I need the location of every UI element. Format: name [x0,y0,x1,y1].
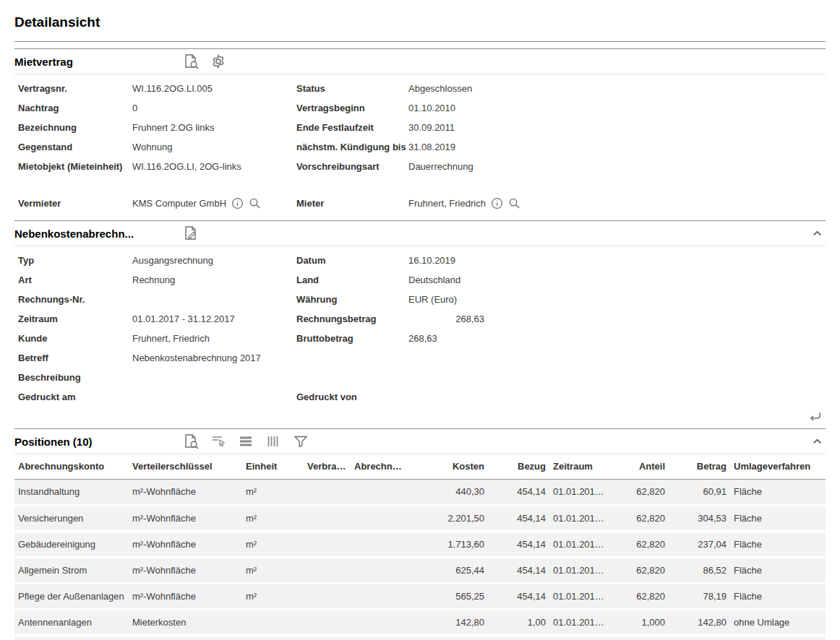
cell: 01.01.2017 ... [549,583,611,609]
field-value: EUR (Euro) [408,290,826,309]
cell: 454,14 [488,583,549,609]
cell [304,531,351,557]
cell: 01.01.2017 ... [549,505,611,531]
preview-icon [183,53,199,69]
cell: m² [242,505,304,531]
field-label: Gedruckt am [14,387,132,407]
cell [304,505,351,531]
table-row[interactable]: Instandhaltung m²-Wohnfläche m² 440,30 4… [14,479,826,505]
settings-button[interactable] [210,53,226,69]
preview-button[interactable] [183,53,199,69]
field-label: Gegenstand [14,137,132,157]
cell: 454,14 [488,505,549,531]
field-value: 0 [132,98,293,118]
field-label: Bezeichnung [14,118,132,137]
field-value: Fruhnert 2.OG links [132,118,293,137]
return-icon [808,410,823,423]
mieter-info-button[interactable] [491,197,503,209]
cell [242,609,304,635]
field-value [408,348,826,368]
cell: 86,52 [669,557,730,583]
cell: 62,820 [611,583,669,609]
column-header[interactable]: Betrag [669,454,730,479]
field-label: Vertragsnr. [14,79,132,98]
field-label: Vorschreibungsart [293,157,408,176]
cell: 1.713,60 [408,531,488,557]
detail-view: Detailansicht Mietvertrag Vertragsnr. WI… [0,0,840,640]
positionen-collapse-button[interactable] [812,436,823,447]
field-label: Nachtrag [14,98,132,118]
column-header[interactable]: Zeitraum [549,454,611,479]
column-header[interactable]: Einheit [242,454,304,479]
cell: Fläche [730,531,826,557]
field-value: 01.01.2017 - 31.12.2017 [132,309,293,329]
cell [351,609,408,635]
filter-button[interactable] [293,433,309,449]
columns-icon [265,433,281,449]
column-header[interactable]: Abrechnungskonto [14,454,129,479]
cell [304,557,351,583]
cell [351,479,408,505]
cell [351,505,408,531]
list-view-button[interactable] [238,433,254,449]
page-title: Detailansicht [14,0,826,42]
table-row[interactable]: Antennenanlagen Mieterkosten 142,80 1,00… [14,609,826,635]
column-header[interactable]: Umlageverfahren [730,454,826,479]
cell [304,479,351,505]
return-button[interactable] [808,410,823,423]
gear-icon [210,53,226,69]
field-label: Datum [293,251,408,270]
party-row: Vermieter KMS Computer GmbH Mieter Fruhn… [14,194,826,220]
cell: 1,00 [488,609,549,635]
vermieter-search-button[interactable] [249,197,261,209]
cell: 454,14 [488,557,549,583]
field-label: Ende Festlaufzeit [293,118,408,137]
mietvertrag-title: Mietvertrag [14,56,183,68]
cell: 60,91 [669,479,730,505]
cell: 78,19 [669,583,730,609]
cell: 01.01.2017 ... [549,531,611,557]
field-label [293,348,408,368]
cell: 1,000 [611,609,669,635]
column-header[interactable]: Verbrauch [304,454,351,479]
chevron-up-icon [812,436,823,447]
positions-table: Abrechnungskonto Verteilerschlüssel Einh… [14,454,826,636]
field-value: Deutschland [408,270,826,290]
column-header[interactable]: Kosten [408,454,488,479]
edit-button[interactable] [183,225,199,241]
cell: 142,80 [669,609,730,635]
cell: 62,820 [611,557,669,583]
table-row[interactable]: Pflege der Außenanlagen m²-Wohnfläche m²… [14,583,826,609]
positions-preview-button[interactable] [183,433,199,449]
table-row[interactable]: Gebäudereinigung m²-Wohnfläche m² 1.713,… [14,531,826,557]
search-icon [508,197,520,209]
table-row[interactable]: Versicherungen m²-Wohnfläche m² 2.201,50… [14,505,826,531]
cell: m²-Wohnfläche [129,479,242,505]
cell: m²-Wohnfläche [129,557,242,583]
preview-icon [183,433,199,449]
cell: ohne Umlage [730,609,826,635]
nebenkosten-collapse-button[interactable] [812,228,823,239]
field-label: Land [293,270,408,290]
nebenkosten-header: Nebenkostenabrechn... [14,220,826,246]
nebenkosten-title: Nebenkostenabrechn... [14,228,183,240]
column-header[interactable]: Verteilerschlüssel [129,454,242,479]
field-label: Gedruckt von [293,387,408,407]
column-header[interactable]: Anteil [611,454,669,479]
table-row[interactable]: Allgemein Strom m²-Wohnfläche m² 625,44 … [14,557,826,583]
column-header[interactable]: Bezug [488,454,549,479]
info-icon [491,197,503,209]
cell: 625,44 [408,557,488,583]
field-value: Fruhnert, Friedrich [132,329,293,348]
return-row [14,407,826,428]
mieter-search-button[interactable] [508,197,520,209]
cell: Antennenanlagen [14,609,129,635]
table-row-partial[interactable] [14,636,826,640]
vermieter-info-button[interactable] [231,197,244,209]
info-icon [231,197,244,209]
field-label: nächstm. Kündigung bis [293,137,408,157]
columns-button[interactable] [265,433,281,449]
select-rows-button[interactable] [210,433,226,449]
column-header[interactable]: Abrechnungs... [351,454,408,479]
cell: m² [242,479,304,505]
